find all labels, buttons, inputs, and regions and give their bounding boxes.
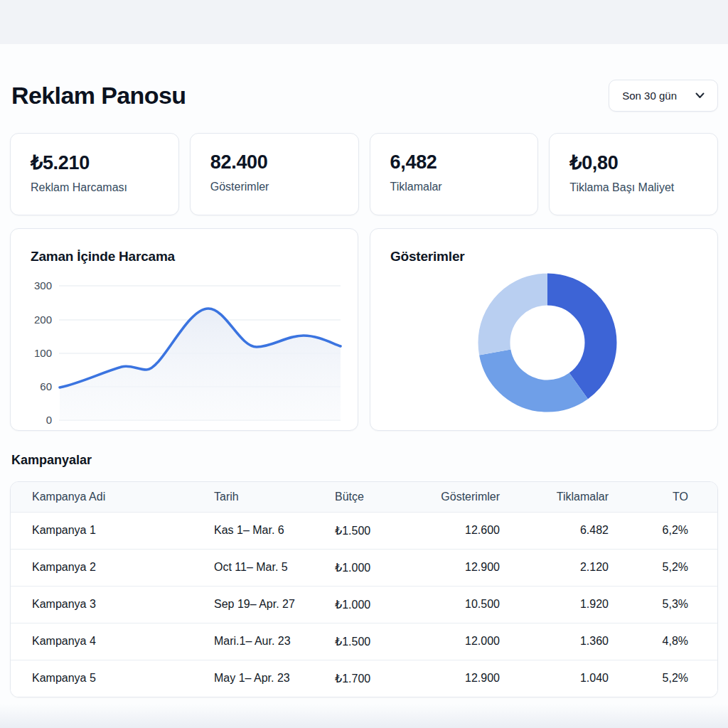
campaigns-table: Kampanya Adi Tarih Bütçe Gösterimler Tik… bbox=[11, 482, 718, 697]
chevron-down-icon bbox=[695, 92, 705, 99]
stat-card-cpc: ₺0,80 Tiklama Başı Maliyet bbox=[549, 133, 718, 215]
y-tick: 60 bbox=[40, 380, 52, 392]
top-window-strip bbox=[0, 0, 728, 44]
cell-clicks: 1.920 bbox=[500, 586, 609, 623]
cell-budget: ₺1.700 bbox=[335, 660, 414, 697]
cell-ctr: 5,2% bbox=[609, 549, 718, 586]
table-row: Kampanya 4 Mari.1– Aur. 23 ₺1.500 12.000… bbox=[11, 623, 718, 660]
stat-card-ad-spend: ₺5.210 Reklam Harcaması bbox=[10, 133, 179, 215]
y-tick: 300 bbox=[34, 279, 52, 291]
cell-date: Sep 19– Apr. 27 bbox=[214, 586, 335, 623]
cell-clicks: 1.040 bbox=[500, 660, 609, 697]
spend-over-time-card: Zaman İçinde Harcama bbox=[10, 228, 358, 431]
cell-date: May 1– Apr. 23 bbox=[214, 660, 335, 697]
cell-date: Kas 1– Mar. 6 bbox=[214, 512, 335, 549]
stat-label: Tiklamalar bbox=[390, 181, 518, 193]
y-tick: 0 bbox=[46, 414, 52, 426]
cell-impressions: 12.000 bbox=[414, 623, 500, 660]
cell-ctr: 4,8% bbox=[609, 623, 718, 660]
table-row: Kampanya 1 Kas 1– Mar. 6 ₺1.500 12.600 6… bbox=[11, 512, 718, 549]
table-row: Kampanya 3 Sep 19– Apr. 27 ₺1.000 10.500… bbox=[11, 586, 718, 623]
cell-budget: ₺1.500 bbox=[335, 623, 414, 660]
stat-value: 82.400 bbox=[210, 151, 338, 173]
table-row: Kampanya 5 May 1– Apr. 23 ₺1.700 12.900 … bbox=[11, 660, 718, 697]
page-header: Reklam Panosu Son 30 gün bbox=[10, 44, 718, 112]
stat-card-clicks: 6,482 Tiklamalar bbox=[370, 133, 539, 215]
cell-ctr: 6,2% bbox=[609, 512, 718, 549]
campaigns-table-card: Kampanya Adi Tarih Bütçe Gösterimler Tik… bbox=[10, 481, 718, 697]
spend-line-chart: 300 200 100 60 0 bbox=[11, 273, 358, 428]
cell-budget: ₺1.500 bbox=[335, 512, 414, 549]
stat-label: Tiklama Başı Maliyet bbox=[569, 181, 697, 194]
date-range-dropdown[interactable]: Son 30 gün bbox=[609, 80, 718, 112]
cell-budget: ₺1.000 bbox=[335, 586, 414, 623]
cell-name: Kampanya 5 bbox=[11, 660, 214, 697]
column-header-budget: Bütçe bbox=[335, 482, 414, 512]
cell-name: Kampanya 4 bbox=[11, 623, 214, 660]
cell-clicks: 1.360 bbox=[500, 623, 609, 660]
column-header-ctr: TO bbox=[609, 482, 718, 512]
impressions-donut-chart bbox=[476, 272, 619, 414]
cell-date: Mari.1– Aur. 23 bbox=[214, 623, 335, 660]
cell-name: Kampanya 1 bbox=[11, 512, 214, 549]
cell-impressions: 12.900 bbox=[414, 660, 500, 697]
stat-value: ₺5.210 bbox=[31, 151, 159, 174]
stat-label: Gösterimler bbox=[210, 181, 338, 193]
campaigns-heading: Kampanyalar bbox=[10, 453, 718, 468]
cell-name: Kampanya 3 bbox=[11, 586, 214, 623]
stats-row: ₺5.210 Reklam Harcaması 82.400 Gösteriml… bbox=[10, 133, 718, 215]
cell-impressions: 12.600 bbox=[414, 512, 500, 549]
stat-value: ₺0,80 bbox=[569, 151, 697, 174]
column-header-name: Kampanya Adi bbox=[11, 482, 214, 512]
cell-ctr: 5,2% bbox=[609, 660, 718, 697]
stat-value: 6,482 bbox=[390, 151, 518, 173]
cell-clicks: 6.482 bbox=[500, 512, 609, 549]
line-area-fill bbox=[60, 309, 341, 420]
cell-name: Kampanya 2 bbox=[11, 549, 214, 586]
table-row: Kampanya 2 Oct 11– Mar. 5 ₺1.000 12.900 … bbox=[11, 549, 718, 586]
charts-row: Zaman İçinde Harcama bbox=[10, 228, 718, 431]
y-tick: 200 bbox=[34, 314, 52, 326]
page-title: Reklam Panosu bbox=[10, 82, 186, 109]
cell-date: Oct 11– Mar. 5 bbox=[214, 549, 335, 586]
bottom-window-strip bbox=[0, 704, 728, 728]
column-header-date: Tarih bbox=[214, 482, 335, 512]
cell-budget: ₺1.000 bbox=[335, 549, 414, 586]
table-header-row: Kampanya Adi Tarih Bütçe Gösterimler Tik… bbox=[11, 482, 718, 512]
column-header-clicks: Tiklamalar bbox=[500, 482, 609, 512]
stat-card-impressions: 82.400 Gösterimler bbox=[190, 133, 359, 215]
dashboard-page: Reklam Panosu Son 30 gün ₺5.210 Reklam H… bbox=[0, 44, 728, 697]
donut-chart-title: Gösterimler bbox=[390, 249, 717, 264]
line-chart-title: Zaman İçinde Harcama bbox=[31, 249, 358, 264]
column-header-impressions: Gösterimler bbox=[414, 482, 500, 512]
y-axis-ticks: 300 200 100 60 0 bbox=[34, 279, 52, 426]
stat-label: Reklam Harcaması bbox=[31, 181, 159, 194]
cell-clicks: 2.120 bbox=[500, 549, 609, 586]
cell-impressions: 10.500 bbox=[414, 586, 500, 623]
impressions-donut-card: Gösterimler bbox=[370, 228, 718, 431]
cell-impressions: 12.900 bbox=[414, 549, 500, 586]
y-tick: 100 bbox=[34, 347, 52, 359]
cell-ctr: 5,3% bbox=[609, 586, 718, 623]
date-range-value: Son 30 gün bbox=[622, 90, 677, 102]
